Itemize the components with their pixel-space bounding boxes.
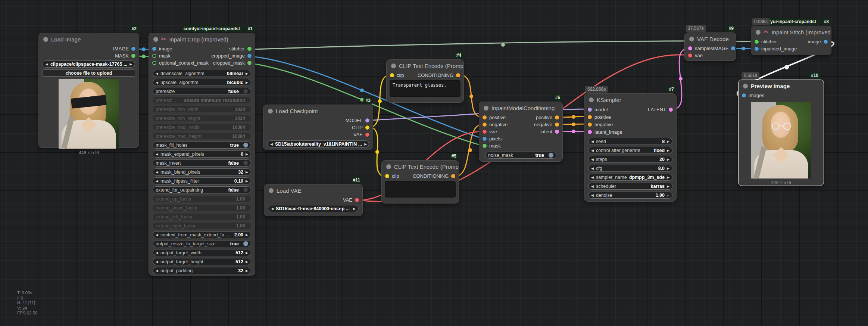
slot-dot-mask[interactable] (152, 54, 156, 58)
slot-dot-image[interactable] (152, 47, 156, 51)
link-dot[interactable] (360, 89, 364, 92)
node-load-vae[interactable]: #11 Load VAE VAE ◀SD15\vae-ft-mse-840000… (264, 184, 363, 216)
slot-dot-latent[interactable] (555, 130, 559, 134)
toggle-widget-noise_mask[interactable]: noise_masktrue (485, 152, 556, 159)
input-slot-negative[interactable]: negative (483, 122, 508, 127)
decrement-arrow-icon[interactable]: ◀ (591, 184, 594, 188)
input-slot-inpainted_image[interactable]: inpainted_image (755, 46, 797, 52)
output-slot-positive[interactable]: positive (536, 115, 559, 120)
slot-dot-clip[interactable] (385, 174, 389, 178)
increment-arrow-icon[interactable]: ▶ (667, 149, 669, 152)
slot-dot-vae[interactable] (483, 130, 487, 134)
increment-arrow-icon[interactable]: ▶ (353, 207, 356, 211)
slot-dot-latent[interactable] (669, 108, 673, 112)
slot-dot-conditioning[interactable] (483, 122, 487, 127)
output-slot-cropped_mask[interactable]: cropped_mask (213, 60, 252, 66)
input-slot-positive[interactable]: positive (588, 114, 611, 120)
choose-file-to-upload-button[interactable]: choose file to upload (43, 69, 135, 77)
output-slot-CLIP[interactable]: CLIP (352, 125, 369, 130)
decrement-arrow-icon[interactable]: ◀ (46, 62, 48, 66)
output-slot-CONDITIONING[interactable]: CONDITIONING (413, 173, 455, 179)
increment-arrow-icon[interactable]: ▶ (246, 170, 248, 174)
increment-arrow-icon[interactable]: ▶ (129, 62, 132, 66)
toggle-widget-mask_fill_holes[interactable]: mask_fill_holestrue (153, 142, 251, 149)
input-slot-clip[interactable]: clip (385, 173, 399, 179)
decrement-arrow-icon[interactable]: ◀ (591, 158, 594, 161)
input-slot-vae[interactable]: vae (483, 129, 497, 134)
slot-dot-mask[interactable] (131, 54, 135, 58)
slot-dot-clip[interactable] (365, 125, 369, 130)
increment-arrow-icon[interactable]: ▶ (246, 269, 248, 273)
toggle-widget-output_resize_to_target_size[interactable]: output_resize_to_target_sizetrue (153, 240, 251, 247)
combo-widget-upscale_algorithm[interactable]: ◀upscale_algorithmbicubic▶ (153, 79, 251, 86)
input-slot-latent_image[interactable]: latent_image (588, 129, 622, 135)
decrement-arrow-icon[interactable]: ◀ (270, 142, 273, 146)
output-slot-image[interactable]: image (808, 39, 828, 44)
node-inpaint-stitch[interactable]: comfyui-inpaint-cropandst 0.036s #8 ✂Inp… (751, 26, 831, 55)
decrement-arrow-icon[interactable]: ◀ (156, 72, 158, 75)
slot-dot-conditioning[interactable] (555, 115, 559, 119)
toggle-widget-preresize[interactable]: preresizefalse (153, 88, 251, 95)
slot-dot-model[interactable] (365, 118, 369, 122)
toggle-knob[interactable] (243, 187, 248, 192)
output-slot-stitcher[interactable]: stitcher (229, 46, 252, 52)
number-widget-context_from_mask_extend_fa ...[interactable]: ◀context_from_mask_extend_fa ...2.00▶ (153, 231, 251, 238)
decrement-arrow-icon[interactable]: ◀ (156, 81, 158, 84)
node-load-image[interactable]: #2 Load Image IMAGEMASK ◀clipspace/clips… (38, 33, 139, 148)
slot-dot-conditioning[interactable] (456, 73, 460, 77)
output-slot-IMAGE[interactable]: IMAGE (113, 46, 135, 52)
slot-dot-vae[interactable] (355, 198, 359, 202)
slot-dot-conditioning[interactable] (588, 122, 592, 127)
toggle-knob[interactable] (549, 153, 553, 158)
increment-arrow-icon[interactable]: ▶ (246, 72, 248, 75)
toggle-knob[interactable] (243, 143, 248, 148)
output-slot-cropped_image[interactable]: cropped_image (211, 53, 252, 59)
decrement-arrow-icon[interactable]: ◀ (591, 176, 594, 179)
number-widget-output_target_width[interactable]: ◀output_target_width512▶ (153, 249, 251, 256)
node-ksampler[interactable]: 692.866s #7 KSampler modelLATENTpositive… (584, 93, 677, 202)
file-widget-0[interactable]: ◀SD15\vae-ft-mse-840000-ema-p ...▶ (268, 205, 359, 212)
node-inpaint-crop[interactable]: comfyui-inpaint-cropandst #1 ✂Inpaint Cr… (149, 33, 255, 276)
decrement-arrow-icon[interactable]: ◀ (591, 149, 594, 152)
slot-dot-image[interactable] (247, 54, 252, 58)
number-widget-output_target_height[interactable]: ◀output_target_height512▶ (153, 258, 251, 265)
number-widget-mask_blend_pixels[interactable]: ◀mask_blend_pixels32▶ (153, 168, 251, 176)
link-dot[interactable] (468, 148, 472, 152)
node-vae-decode[interactable]: 37.567s #9 VAE Decode samplesIMAGEvae (684, 32, 736, 61)
combo-widget-downscale_algorithm[interactable]: ◀downscale_algorithmbilinear▶ (153, 70, 251, 77)
input-slot-mask[interactable]: mask (152, 53, 171, 59)
combo-widget-control after generate[interactable]: ◀control after generatefixed▶ (588, 147, 672, 154)
input-slot-samples[interactable]: samples (688, 46, 713, 51)
slot-dot-stitcher[interactable] (247, 47, 252, 51)
decrement-arrow-icon[interactable]: ◀ (156, 260, 158, 264)
slot-dot-conditioning[interactable] (588, 115, 592, 119)
decrement-arrow-icon[interactable]: ◀ (156, 152, 158, 156)
file-widget-0[interactable]: ◀clipspace/clipspace-mask-17765 ...▶ (43, 60, 135, 68)
slot-dot-latent[interactable] (588, 130, 592, 134)
decrement-arrow-icon[interactable]: ◀ (156, 170, 158, 174)
node-load-checkpoint[interactable]: #3 Load Checkpoint MODELCLIPVAE ◀SD15\ab… (263, 105, 373, 150)
link-dot[interactable] (142, 47, 146, 51)
output-slot-CONDITIONING[interactable]: CONDITIONING (418, 72, 460, 78)
increment-arrow-icon[interactable]: ▶ (246, 251, 248, 255)
link-dot[interactable] (741, 47, 745, 50)
link-dot[interactable] (679, 77, 683, 81)
link-dot[interactable] (469, 94, 473, 98)
link-dot[interactable] (501, 43, 505, 47)
link-dot[interactable] (142, 55, 146, 58)
input-slot-positive[interactable]: positive (483, 115, 506, 120)
decrement-arrow-icon[interactable]: ◀ (591, 167, 594, 170)
input-slot-stitcher[interactable]: stitcher (755, 39, 777, 44)
slot-dot-vae[interactable] (688, 53, 692, 58)
number-widget-cfg[interactable]: ◀cfg8.0▶ (588, 165, 672, 172)
decrement-arrow-icon[interactable]: ◀ (156, 179, 158, 183)
output-slot-IMAGE[interactable]: IMAGE (713, 46, 735, 51)
slot-dot-latent[interactable] (688, 46, 692, 50)
slot-dot-mask[interactable] (247, 61, 252, 65)
increment-arrow-icon[interactable]: ▶ (667, 193, 669, 197)
slot-dot-mask[interactable] (483, 144, 487, 148)
toggle-widget-extend_for_outpainting[interactable]: extend_for_outpaintingfalse (153, 186, 251, 193)
increment-arrow-icon[interactable]: ▶ (246, 233, 248, 237)
node-graph-canvas[interactable]: #2 Load Image IMAGEMASK ◀clipspace/clips… (0, 0, 868, 326)
increment-arrow-icon[interactable]: ▶ (246, 152, 248, 156)
